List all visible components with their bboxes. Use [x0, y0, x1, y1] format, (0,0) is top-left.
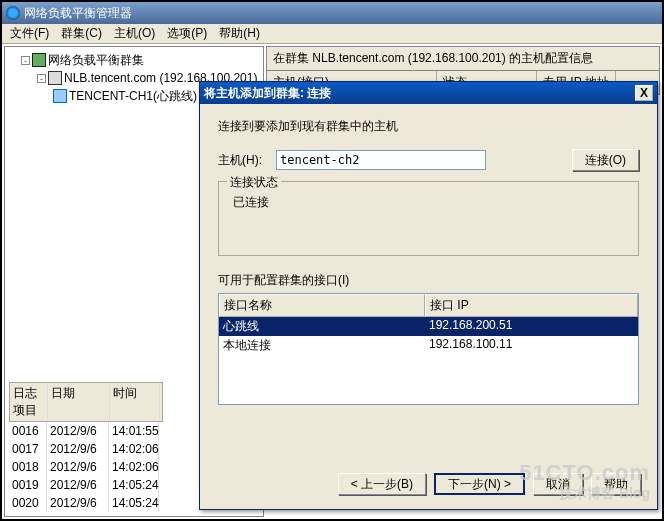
next-button[interactable]: 下一步(N) > [434, 473, 525, 495]
menu-help[interactable]: 帮助(H) [215, 23, 264, 44]
iface-name: 心跳线 [219, 318, 425, 335]
menu-options[interactable]: 选项(P) [163, 23, 211, 44]
interface-row[interactable]: 本地连接192.168.100.11 [219, 336, 638, 355]
interfaces-label: 可用于配置群集的接口(I) [218, 272, 639, 289]
status-legend: 连接状态 [227, 174, 281, 191]
host-label: 主机(H): [218, 152, 270, 169]
connect-button[interactable]: 连接(O) [572, 149, 639, 171]
lv-col-ip[interactable]: 接口 IP [425, 294, 638, 317]
interfaces-listview[interactable]: 接口名称 接口 IP 心跳线192.168.200.51本地连接192.168.… [218, 293, 639, 405]
menu-file[interactable]: 文件(F) [6, 23, 53, 44]
log-col-time[interactable]: 时间 [110, 383, 160, 421]
host-input[interactable] [276, 150, 486, 170]
log-time: 14:05:24 [109, 476, 159, 494]
dialog-body: 连接到要添加到现有群集中的主机 主机(H): 连接(O) 连接状态 已连接 可用… [200, 104, 657, 463]
lv-col-name[interactable]: 接口名称 [219, 294, 425, 317]
menubar: 文件(F) 群集(C) 主机(O) 选项(P) 帮助(H) [2, 24, 662, 44]
log-date: 2012/9/6 [47, 458, 109, 476]
menu-host[interactable]: 主机(O) [110, 23, 159, 44]
log-row[interactable]: 00162012/9/614:01:55 [9, 422, 163, 440]
expander-icon[interactable]: - [21, 56, 30, 65]
dialog-description: 连接到要添加到现有群集中的主机 [218, 118, 639, 135]
iface-ip: 192.168.200.51 [425, 318, 638, 335]
log-date: 2012/9/6 [47, 476, 109, 494]
status-text: 已连接 [229, 194, 628, 211]
close-button[interactable]: X [635, 85, 653, 101]
help-button[interactable]: 帮助 [591, 473, 641, 495]
host-icon [53, 89, 67, 103]
log-time: 14:02:06 [109, 440, 159, 458]
listview-header: 接口名称 接口 IP [219, 294, 638, 317]
app-icon [6, 6, 20, 20]
info-header: 在群集 NLB.tencent.com (192.168.100.201) 的主… [266, 46, 660, 71]
menu-cluster[interactable]: 群集(C) [57, 23, 106, 44]
dialog-title: 将主机添加到群集: 连接 [204, 85, 635, 102]
interface-row[interactable]: 心跳线192.168.200.51 [219, 317, 638, 336]
dialog-titlebar[interactable]: 将主机添加到群集: 连接 X [200, 82, 657, 104]
back-button[interactable]: < 上一步(B) [338, 473, 426, 495]
log-id: 0019 [9, 476, 47, 494]
log-date: 2012/9/6 [47, 494, 109, 512]
log-id: 0020 [9, 494, 47, 512]
log-row[interactable]: 00172012/9/614:02:06 [9, 440, 163, 458]
log-date: 2012/9/6 [47, 422, 109, 440]
log-time: 14:05:24 [109, 494, 159, 512]
log-row[interactable]: 00192012/9/614:05:24 [9, 476, 163, 494]
cluster-group-icon [32, 53, 46, 67]
log-col-date[interactable]: 日期 [48, 383, 110, 421]
add-host-dialog: 将主机添加到群集: 连接 X 连接到要添加到现有群集中的主机 主机(H): 连接… [199, 81, 658, 510]
log-id: 0016 [9, 422, 47, 440]
tree-host-label: TENCENT-CH1(心跳线) [69, 88, 197, 105]
cluster-icon [48, 71, 62, 85]
iface-ip: 192.168.100.11 [425, 337, 638, 354]
host-input-row: 主机(H): 连接(O) [218, 149, 639, 171]
log-date: 2012/9/6 [47, 440, 109, 458]
app-title: 网络负载平衡管理器 [24, 5, 658, 22]
tree-root[interactable]: - 网络负载平衡群集 [9, 51, 259, 69]
app-titlebar: 网络负载平衡管理器 [2, 2, 662, 24]
log-id: 0017 [9, 440, 47, 458]
log-id: 0018 [9, 458, 47, 476]
log-col-id[interactable]: 日志项目 [10, 383, 48, 421]
tree-root-label: 网络负载平衡群集 [48, 52, 144, 69]
dialog-buttons: < 上一步(B) 下一步(N) > 取消 帮助 [200, 463, 657, 509]
log-panel: 日志项目 日期 时间 00162012/9/614:01:5500172012/… [9, 382, 163, 512]
log-time: 14:02:06 [109, 458, 159, 476]
log-time: 14:01:55 [109, 422, 159, 440]
log-row[interactable]: 00182012/9/614:02:06 [9, 458, 163, 476]
log-header: 日志项目 日期 时间 [9, 382, 163, 422]
connection-status-group: 连接状态 已连接 [218, 181, 639, 256]
log-row[interactable]: 00202012/9/614:05:24 [9, 494, 163, 512]
cancel-button[interactable]: 取消 [533, 473, 583, 495]
expander-icon[interactable]: - [37, 74, 46, 83]
iface-name: 本地连接 [219, 337, 425, 354]
